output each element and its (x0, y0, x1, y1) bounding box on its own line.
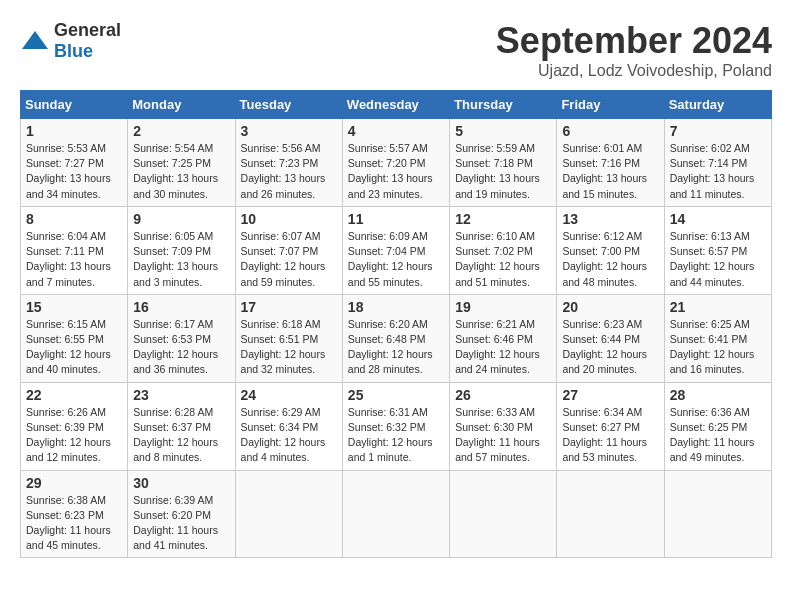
day-number: 3 (241, 123, 337, 139)
calendar-cell: 14Sunrise: 6:13 AMSunset: 6:57 PMDayligh… (664, 206, 771, 294)
title-area: September 2024 Ujazd, Lodz Voivodeship, … (496, 20, 772, 80)
svg-rect-1 (30, 43, 40, 49)
calendar-cell: 9Sunrise: 6:05 AMSunset: 7:09 PMDaylight… (128, 206, 235, 294)
day-number: 9 (133, 211, 229, 227)
day-number: 25 (348, 387, 444, 403)
day-info: Sunrise: 6:02 AMSunset: 7:14 PMDaylight:… (670, 141, 766, 202)
day-info: Sunrise: 6:29 AMSunset: 6:34 PMDaylight:… (241, 405, 337, 466)
calendar-cell: 25Sunrise: 6:31 AMSunset: 6:32 PMDayligh… (342, 382, 449, 470)
day-number: 8 (26, 211, 122, 227)
day-info: Sunrise: 6:31 AMSunset: 6:32 PMDaylight:… (348, 405, 444, 466)
calendar-cell: 6Sunrise: 6:01 AMSunset: 7:16 PMDaylight… (557, 119, 664, 207)
day-info: Sunrise: 6:13 AMSunset: 6:57 PMDaylight:… (670, 229, 766, 290)
day-info: Sunrise: 5:56 AMSunset: 7:23 PMDaylight:… (241, 141, 337, 202)
calendar-cell: 3Sunrise: 5:56 AMSunset: 7:23 PMDaylight… (235, 119, 342, 207)
calendar-cell: 11Sunrise: 6:09 AMSunset: 7:04 PMDayligh… (342, 206, 449, 294)
day-number: 13 (562, 211, 658, 227)
day-number: 26 (455, 387, 551, 403)
logo: General Blue (20, 20, 121, 62)
calendar-cell: 10Sunrise: 6:07 AMSunset: 7:07 PMDayligh… (235, 206, 342, 294)
day-number: 22 (26, 387, 122, 403)
calendar-cell (664, 470, 771, 558)
calendar-cell: 15Sunrise: 6:15 AMSunset: 6:55 PMDayligh… (21, 294, 128, 382)
calendar-cell (235, 470, 342, 558)
day-info: Sunrise: 6:15 AMSunset: 6:55 PMDaylight:… (26, 317, 122, 378)
day-info: Sunrise: 6:26 AMSunset: 6:39 PMDaylight:… (26, 405, 122, 466)
calendar-cell: 29Sunrise: 6:38 AMSunset: 6:23 PMDayligh… (21, 470, 128, 558)
calendar-week-2: 8Sunrise: 6:04 AMSunset: 7:11 PMDaylight… (21, 206, 772, 294)
day-number: 20 (562, 299, 658, 315)
calendar-cell (450, 470, 557, 558)
calendar-week-3: 15Sunrise: 6:15 AMSunset: 6:55 PMDayligh… (21, 294, 772, 382)
day-info: Sunrise: 6:05 AMSunset: 7:09 PMDaylight:… (133, 229, 229, 290)
day-info: Sunrise: 6:10 AMSunset: 7:02 PMDaylight:… (455, 229, 551, 290)
day-number: 14 (670, 211, 766, 227)
day-info: Sunrise: 6:23 AMSunset: 6:44 PMDaylight:… (562, 317, 658, 378)
weekday-header-wednesday: Wednesday (342, 91, 449, 119)
calendar-cell: 19Sunrise: 6:21 AMSunset: 6:46 PMDayligh… (450, 294, 557, 382)
calendar-cell: 1Sunrise: 5:53 AMSunset: 7:27 PMDaylight… (21, 119, 128, 207)
day-info: Sunrise: 5:59 AMSunset: 7:18 PMDaylight:… (455, 141, 551, 202)
calendar-cell: 20Sunrise: 6:23 AMSunset: 6:44 PMDayligh… (557, 294, 664, 382)
day-info: Sunrise: 6:09 AMSunset: 7:04 PMDaylight:… (348, 229, 444, 290)
day-info: Sunrise: 6:21 AMSunset: 6:46 PMDaylight:… (455, 317, 551, 378)
day-info: Sunrise: 6:28 AMSunset: 6:37 PMDaylight:… (133, 405, 229, 466)
weekday-header-thursday: Thursday (450, 91, 557, 119)
day-info: Sunrise: 5:54 AMSunset: 7:25 PMDaylight:… (133, 141, 229, 202)
day-number: 12 (455, 211, 551, 227)
logo-text-blue: Blue (54, 41, 93, 61)
day-info: Sunrise: 5:53 AMSunset: 7:27 PMDaylight:… (26, 141, 122, 202)
day-info: Sunrise: 6:17 AMSunset: 6:53 PMDaylight:… (133, 317, 229, 378)
day-number: 23 (133, 387, 229, 403)
calendar-cell (557, 470, 664, 558)
day-number: 27 (562, 387, 658, 403)
day-number: 4 (348, 123, 444, 139)
day-info: Sunrise: 6:38 AMSunset: 6:23 PMDaylight:… (26, 493, 122, 554)
day-info: Sunrise: 6:01 AMSunset: 7:16 PMDaylight:… (562, 141, 658, 202)
day-number: 10 (241, 211, 337, 227)
day-info: Sunrise: 6:20 AMSunset: 6:48 PMDaylight:… (348, 317, 444, 378)
day-number: 24 (241, 387, 337, 403)
calendar-cell: 2Sunrise: 5:54 AMSunset: 7:25 PMDaylight… (128, 119, 235, 207)
logo-text-general: General (54, 20, 121, 40)
calendar-table: SundayMondayTuesdayWednesdayThursdayFrid… (20, 90, 772, 558)
calendar-cell: 12Sunrise: 6:10 AMSunset: 7:02 PMDayligh… (450, 206, 557, 294)
day-number: 17 (241, 299, 337, 315)
day-info: Sunrise: 6:25 AMSunset: 6:41 PMDaylight:… (670, 317, 766, 378)
day-info: Sunrise: 6:07 AMSunset: 7:07 PMDaylight:… (241, 229, 337, 290)
weekday-header-tuesday: Tuesday (235, 91, 342, 119)
calendar-cell: 24Sunrise: 6:29 AMSunset: 6:34 PMDayligh… (235, 382, 342, 470)
calendar-week-4: 22Sunrise: 6:26 AMSunset: 6:39 PMDayligh… (21, 382, 772, 470)
calendar-cell: 17Sunrise: 6:18 AMSunset: 6:51 PMDayligh… (235, 294, 342, 382)
calendar-cell: 18Sunrise: 6:20 AMSunset: 6:48 PMDayligh… (342, 294, 449, 382)
calendar-cell: 28Sunrise: 6:36 AMSunset: 6:25 PMDayligh… (664, 382, 771, 470)
day-number: 2 (133, 123, 229, 139)
day-info: Sunrise: 6:36 AMSunset: 6:25 PMDaylight:… (670, 405, 766, 466)
weekday-header-friday: Friday (557, 91, 664, 119)
day-number: 18 (348, 299, 444, 315)
day-number: 16 (133, 299, 229, 315)
calendar-cell: 21Sunrise: 6:25 AMSunset: 6:41 PMDayligh… (664, 294, 771, 382)
header: General Blue September 2024 Ujazd, Lodz … (20, 20, 772, 80)
day-number: 29 (26, 475, 122, 491)
calendar-cell: 23Sunrise: 6:28 AMSunset: 6:37 PMDayligh… (128, 382, 235, 470)
day-number: 5 (455, 123, 551, 139)
calendar-cell (342, 470, 449, 558)
calendar-week-5: 29Sunrise: 6:38 AMSunset: 6:23 PMDayligh… (21, 470, 772, 558)
month-title: September 2024 (496, 20, 772, 62)
day-number: 11 (348, 211, 444, 227)
day-info: Sunrise: 6:34 AMSunset: 6:27 PMDaylight:… (562, 405, 658, 466)
day-info: Sunrise: 6:04 AMSunset: 7:11 PMDaylight:… (26, 229, 122, 290)
calendar-cell: 13Sunrise: 6:12 AMSunset: 7:00 PMDayligh… (557, 206, 664, 294)
generalblue-logo-icon (20, 29, 50, 53)
calendar-cell: 4Sunrise: 5:57 AMSunset: 7:20 PMDaylight… (342, 119, 449, 207)
calendar-cell: 30Sunrise: 6:39 AMSunset: 6:20 PMDayligh… (128, 470, 235, 558)
day-info: Sunrise: 5:57 AMSunset: 7:20 PMDaylight:… (348, 141, 444, 202)
weekday-header-sunday: Sunday (21, 91, 128, 119)
calendar-cell: 5Sunrise: 5:59 AMSunset: 7:18 PMDaylight… (450, 119, 557, 207)
calendar-cell: 7Sunrise: 6:02 AMSunset: 7:14 PMDaylight… (664, 119, 771, 207)
day-number: 19 (455, 299, 551, 315)
day-number: 1 (26, 123, 122, 139)
subtitle: Ujazd, Lodz Voivodeship, Poland (496, 62, 772, 80)
day-info: Sunrise: 6:33 AMSunset: 6:30 PMDaylight:… (455, 405, 551, 466)
